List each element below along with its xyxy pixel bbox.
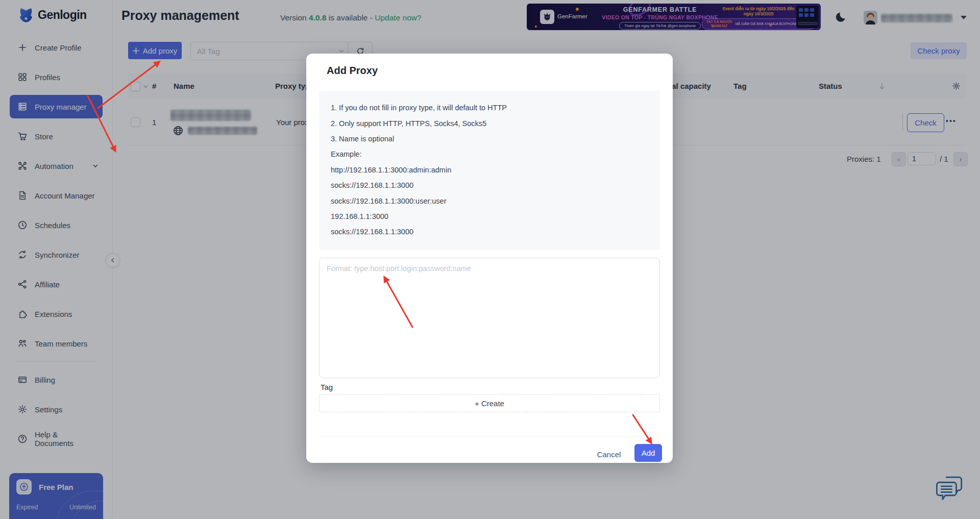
- info-line: 3. Name is optional: [331, 131, 660, 146]
- info-line: socks://192.168.1.1:3000: [331, 224, 660, 239]
- create-tag-button[interactable]: + Create: [319, 394, 660, 412]
- add-button[interactable]: Add: [634, 444, 662, 462]
- cancel-button[interactable]: Cancel: [591, 446, 627, 463]
- info-line: 2. Only support HTTP, HTTPS, Socks4, Soc…: [331, 115, 660, 131]
- info-line: http://192.168.1.1:3000:admin:admin: [331, 162, 660, 178]
- add-proxy-modal: Add Proxy 1. If you do not fill in proxy…: [306, 54, 673, 463]
- info-line: 1. If you do not fill in proxy type, it …: [331, 100, 660, 115]
- proxy-format-info-box: 1. If you do not fill in proxy type, it …: [319, 91, 660, 250]
- info-line: Example:: [331, 146, 660, 162]
- modal-title: Add Proxy: [327, 65, 378, 77]
- proxy-list-textarea[interactable]: [319, 258, 660, 378]
- info-line: 192.168.1.1:3000: [331, 209, 660, 224]
- modal-footer-divider: [319, 436, 660, 437]
- info-line: socks://192.168.1.1:3000:user:user: [331, 193, 660, 208]
- tag-label: Tag: [321, 383, 333, 391]
- info-line: socks://192.168.1.1:3000: [331, 178, 660, 193]
- app-window: Genlogin Create Profile Profiles Proxy m…: [0, 0, 980, 519]
